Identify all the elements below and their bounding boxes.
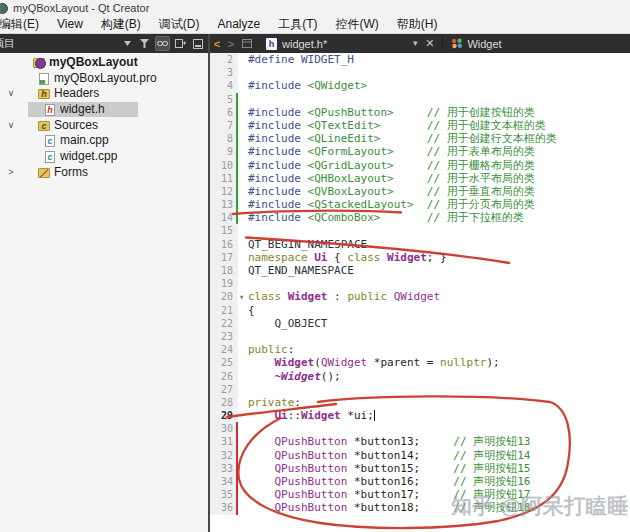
code-line-26[interactable]: 26 ~Widget(); <box>210 370 630 383</box>
code-editor[interactable]: 2#define WIDGET_H34#include <QWidget>56#… <box>210 53 630 532</box>
code-text: #include <QComboBox> // 用于下拉框的类 <box>245 211 524 224</box>
tree-item-label: widget.cpp <box>60 149 117 165</box>
fold-column <box>238 396 245 409</box>
close-tab-icon[interactable]: ✕ <box>425 37 434 50</box>
code-line-32[interactable]: 32 QPushButton *button14; // 声明按钮14 <box>210 449 630 462</box>
menu-item[interactable]: 编辑(E) <box>0 16 48 33</box>
code-text: #include <QGridLayout> // 用于栅格布局的类 <box>245 159 535 172</box>
tree-item-headers[interactable]: ∨hHeaders <box>0 86 208 102</box>
code-text: QT_END_NAMESPACE <box>245 264 354 277</box>
close-panel-icon[interactable] <box>191 37 204 50</box>
code-text: namespace Ui { class Widget; } <box>245 251 447 264</box>
back-icon[interactable]: < <box>210 38 224 50</box>
code-line-6[interactable]: 6#include <QPushButton> // 用于创建按钮的类 <box>210 106 630 119</box>
code-line-10[interactable]: 10#include <QGridLayout> // 用于栅格布局的类 <box>210 159 630 172</box>
header-file-icon: h <box>44 104 56 116</box>
tree-item-widget-cpp[interactable]: cwidget.cpp <box>0 149 208 165</box>
line-number: 6 <box>210 106 236 119</box>
tree-item-label: main.cpp <box>60 133 109 149</box>
menu-item[interactable]: 调试(D) <box>150 16 209 33</box>
fold-column <box>238 53 245 66</box>
code-line-12[interactable]: 12#include <QVBoxLayout> // 用于垂直布局的类 <box>210 185 630 198</box>
tree-item-main-cpp[interactable]: cmain.cpp <box>0 133 208 149</box>
tree-item-forms[interactable]: >Forms <box>0 165 208 181</box>
code-line-28[interactable]: 28private: <box>210 396 630 409</box>
code-line-29[interactable]: 29 Ui::Widget *ui; <box>210 409 630 422</box>
code-text: #include <QLineEdit> // 用于创建行文本框的类 <box>245 132 557 145</box>
code-text: Q_OBJECT <box>245 317 327 330</box>
code-line-20[interactable]: 20▼class Widget : public QWidget <box>210 290 630 303</box>
menu-item[interactable]: 控件(W) <box>327 16 388 33</box>
code-line-8[interactable]: 8#include <QLineEdit> // 用于创建行文本框的类 <box>210 132 630 145</box>
open-file-tab[interactable]: widget.h* <box>282 38 327 50</box>
code-line-5[interactable]: 5 <box>210 93 630 106</box>
line-number: 8 <box>210 132 236 145</box>
cpp-file-icon: c <box>44 135 56 147</box>
project-panel-header: 项目 <box>0 34 208 53</box>
tree-item-label: myQBoxLayout <box>49 55 138 71</box>
cpp-file-icon: c <box>44 151 56 163</box>
tree-item-label: Forms <box>54 165 88 181</box>
code-line-24[interactable]: 24public: <box>210 343 630 356</box>
code-line-33[interactable]: 33 QPushButton *button15; // 声明按钮15 <box>210 462 630 475</box>
code-line-18[interactable]: 18QT_END_NAMESPACE <box>210 264 630 277</box>
menu-item[interactable]: View <box>48 17 92 31</box>
chevron-expanded-icon[interactable]: ∨ <box>6 86 16 102</box>
code-line-22[interactable]: 22 Q_OBJECT <box>210 317 630 330</box>
chevron-collapsed-icon[interactable]: > <box>6 165 16 181</box>
code-line-3[interactable]: 3 <box>210 66 630 79</box>
line-number: 16 <box>210 238 236 251</box>
menu-item[interactable]: 帮助(H) <box>388 16 447 33</box>
tree-item-myqboxlayout-pro[interactable]: myQBoxLayout.pro <box>0 71 208 87</box>
menu-item[interactable]: 构建(B) <box>92 16 150 33</box>
code-line-30[interactable]: 30 <box>210 422 630 435</box>
menu-item[interactable]: 工具(T) <box>269 16 326 33</box>
sync-with-editor-icon[interactable] <box>155 36 170 51</box>
code-line-34[interactable]: 34 QPushButton *button16; // 声明按钮16 <box>210 475 630 488</box>
tree-item-myqboxlayout[interactable]: myQBoxLayout <box>0 55 208 71</box>
split-panel-icon[interactable] <box>174 37 187 50</box>
tree-item-widget-h[interactable]: hwidget.h <box>0 102 208 118</box>
code-line-19[interactable]: 19 <box>210 277 630 290</box>
fold-column <box>238 383 245 396</box>
forward-icon[interactable]: > <box>224 38 238 50</box>
code-line-13[interactable]: 13#include <QStackedLayout> // 用于分页布局的类 <box>210 198 630 211</box>
fold-column <box>238 277 245 290</box>
code-text: #include <QFormLayout> // 用于表单布局的类 <box>245 145 535 158</box>
symbol-class-icon <box>451 38 463 49</box>
code-line-15[interactable]: 15 <box>210 224 630 237</box>
code-line-25[interactable]: 25 Widget(QWidget *parent = nullptr); <box>210 356 630 369</box>
code-line-21[interactable]: 21{ <box>210 304 630 317</box>
code-line-14[interactable]: 14#include <QComboBox> // 用于下拉框的类 <box>210 211 630 224</box>
code-line-4[interactable]: 4#include <QWidget> <box>210 79 630 92</box>
code-line-7[interactable]: 7#include <QTextEdit> // 用于创建文本框的类 <box>210 119 630 132</box>
line-number: 24 <box>210 343 236 356</box>
tree-item-sources[interactable]: ∨cSources <box>0 118 208 134</box>
code-line-2[interactable]: 2#define WIDGET_H <box>210 53 630 66</box>
line-number: 28 <box>210 396 236 409</box>
tab-dropdown-icon[interactable]: ▼ <box>411 39 419 48</box>
title-bar[interactable]: myQBoxLayout - Qt Creator <box>0 0 630 15</box>
chevron-expanded-icon[interactable]: ∨ <box>6 118 16 134</box>
headers-folder-icon: h <box>38 88 50 100</box>
symbol-selector[interactable]: Widget <box>467 38 501 50</box>
split-window-icon[interactable] <box>242 39 252 48</box>
line-number: 4 <box>210 79 236 92</box>
code-line-11[interactable]: 11#include <QHBoxLayout> // 用于水平布局的类 <box>210 172 630 185</box>
line-number: 31 <box>210 435 236 448</box>
code-line-17[interactable]: 17namespace Ui { class Widget; } <box>210 251 630 264</box>
code-line-27[interactable]: 27 <box>210 383 630 396</box>
separator <box>442 37 443 50</box>
panel-dropdown-icon[interactable] <box>121 37 134 50</box>
code-text: #define WIDGET_H <box>245 53 354 66</box>
code-line-16[interactable]: 16QT_BEGIN_NAMESPACE <box>210 238 630 251</box>
line-number: 21 <box>210 304 236 317</box>
code-line-9[interactable]: 9#include <QFormLayout> // 用于表单布局的类 <box>210 145 630 158</box>
code-line-23[interactable]: 23 <box>210 330 630 343</box>
fold-column <box>238 132 245 145</box>
fold-marker-icon[interactable]: ▼ <box>238 290 245 303</box>
menu-item[interactable]: Analyze <box>208 17 269 31</box>
code-line-31[interactable]: 31 QPushButton *button13; // 声明按钮13 <box>210 435 630 448</box>
filter-icon[interactable] <box>138 37 151 50</box>
fold-column <box>238 462 245 475</box>
